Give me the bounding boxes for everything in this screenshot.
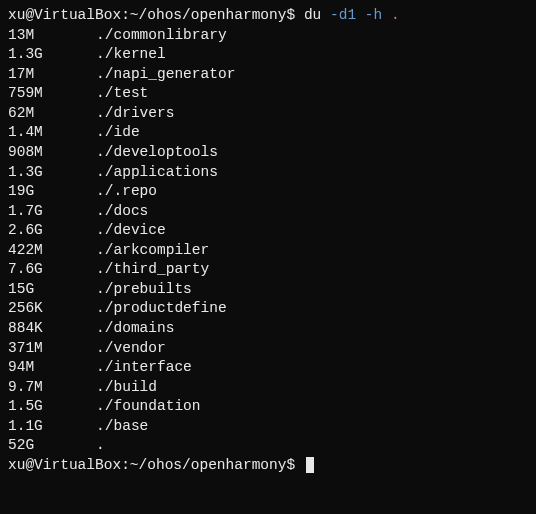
output-row: 884K ./domains [8,319,528,339]
size-value: 1.1G [8,417,70,437]
flag-depth: -d1 [330,7,356,23]
size-value: 256K [8,299,70,319]
entry-path: ./foundation [96,398,200,414]
arg-path: . [391,7,400,23]
size-value: 422M [8,241,70,261]
entry-path: ./napi_generator [96,66,235,82]
size-value: 759M [8,84,70,104]
size-value: 94M [8,358,70,378]
output-row: 1.7G ./docs [8,202,528,222]
size-value: 7.6G [8,260,70,280]
entry-path: ./interface [96,359,192,375]
entry-path: ./third_party [96,261,209,277]
entry-path: ./kernel [96,46,166,62]
size-value: 62M [8,104,70,124]
output-row: 1.4M ./ide [8,123,528,143]
entry-path: ./arkcompiler [96,242,209,258]
size-value: 13M [8,26,70,46]
size-value: 1.4M [8,123,70,143]
entry-path: ./.repo [96,183,157,199]
output-row: 15G ./prebuilts [8,280,528,300]
prompt-symbol: $ [286,7,295,23]
flag-human: -h [365,7,382,23]
size-value: 884K [8,319,70,339]
entry-path: ./applications [96,164,218,180]
prompt-symbol: $ [286,457,295,473]
size-value: 1.7G [8,202,70,222]
output-row: 19G ./.repo [8,182,528,202]
output-row: 17M ./napi_generator [8,65,528,85]
output-row: 1.3G ./kernel [8,45,528,65]
sep-colon: : [121,7,130,23]
sep-colon: : [121,457,130,473]
output-row: 256K ./productdefine [8,299,528,319]
cwd-path: ~/ohos/openharmony [130,7,287,23]
size-value: 19G [8,182,70,202]
entry-path: . [96,437,105,453]
entry-path: ./device [96,222,166,238]
size-value: 9.7M [8,378,70,398]
entry-path: ./drivers [96,105,174,121]
size-value: 2.6G [8,221,70,241]
output-row: 52G . [8,436,528,456]
output-row: 908M ./developtools [8,143,528,163]
entry-path: ./build [96,379,157,395]
output-row: 1.5G ./foundation [8,397,528,417]
user-host: xu@VirtualBox [8,7,121,23]
output-row: 759M ./test [8,84,528,104]
entry-path: ./prebuilts [96,281,192,297]
terminal[interactable]: xu@VirtualBox:~/ohos/openharmony$ du -d1… [8,6,528,476]
cursor[interactable] [306,457,314,473]
output-row: 422M ./arkcompiler [8,241,528,261]
entry-path: ./commonlibrary [96,27,227,43]
size-value: 1.3G [8,163,70,183]
size-value: 1.3G [8,45,70,65]
entry-path: ./productdefine [96,300,227,316]
output-row: 1.3G ./applications [8,163,528,183]
user-host: xu@VirtualBox [8,457,121,473]
size-value: 15G [8,280,70,300]
entry-path: ./base [96,418,148,434]
size-value: 52G [8,436,70,456]
output-row: 2.6G ./device [8,221,528,241]
output-row: 7.6G ./third_party [8,260,528,280]
output-row: 62M ./drivers [8,104,528,124]
output-row: 94M ./interface [8,358,528,378]
output-row: 1.1G ./base [8,417,528,437]
entry-path: ./domains [96,320,174,336]
output-rows: 13M ./commonlibrary1.3G ./kernel17M ./na… [8,26,528,456]
output-row: 371M ./vendor [8,339,528,359]
entry-path: ./developtools [96,144,218,160]
entry-path: ./vendor [96,340,166,356]
command-prompt-line: xu@VirtualBox:~/ohos/openharmony$ du -d1… [8,6,528,26]
size-value: 371M [8,339,70,359]
cwd-path: ~/ohos/openharmony [130,457,287,473]
entry-path: ./ide [96,124,140,140]
size-value: 908M [8,143,70,163]
entry-path: ./docs [96,203,148,219]
command: du [304,7,321,23]
command-prompt-line-2: xu@VirtualBox:~/ohos/openharmony$ [8,456,528,476]
output-row: 9.7M ./build [8,378,528,398]
output-row: 13M ./commonlibrary [8,26,528,46]
entry-path: ./test [96,85,148,101]
size-value: 17M [8,65,70,85]
size-value: 1.5G [8,397,70,417]
